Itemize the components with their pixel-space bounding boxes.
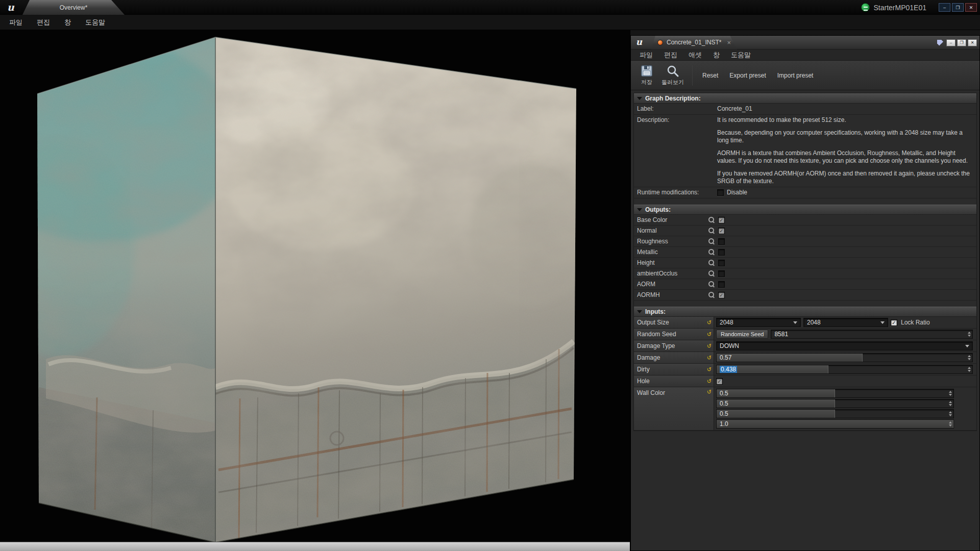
revert-icon[interactable]: ↺ [707, 320, 712, 325]
output-checkbox[interactable] [718, 281, 725, 288]
spinner-arrows-icon[interactable] [968, 330, 971, 338]
panel-menu-asset[interactable]: 애셋 [683, 51, 707, 60]
panel-minimize-button[interactable]: – [946, 39, 955, 46]
preview-magnifier-icon[interactable] [707, 238, 715, 245]
preview-magnifier-icon[interactable] [707, 248, 715, 256]
revert-icon[interactable]: ↺ [707, 343, 712, 349]
tab-concrete-01-inst-label: Concrete_01_INST* [667, 39, 721, 46]
launcher-sync-icon[interactable] [861, 3, 870, 12]
browse-button[interactable]: 둘러보기 [657, 64, 688, 86]
section-outputs[interactable]: Outputs: [634, 205, 976, 215]
panel-maximize-button[interactable]: ❐ [957, 39, 966, 46]
panel-menubar: 파일 편집 애셋 창 도움말 [631, 49, 979, 61]
panel-menu-file[interactable]: 파일 [634, 51, 658, 60]
output-size-label: Output Size [637, 319, 669, 326]
tab-overview[interactable]: Overview* [22, 0, 125, 15]
tag-icon[interactable] [937, 40, 943, 46]
panel-menu-window[interactable]: 창 [707, 51, 725, 60]
reset-button[interactable]: Reset [697, 61, 724, 90]
output-checkbox[interactable] [718, 260, 725, 266]
menu-file[interactable]: 파일 [2, 15, 30, 30]
lock-ratio-checkbox[interactable] [891, 319, 897, 326]
panel-menu-help[interactable]: 도움말 [725, 51, 756, 60]
section-inputs[interactable]: Inputs: [634, 307, 976, 317]
random-seed-label: Random Seed [637, 331, 676, 338]
collapse-arrow-icon [637, 208, 642, 211]
preview-magnifier-icon[interactable] [707, 270, 715, 278]
preview-magnifier-icon[interactable] [707, 216, 715, 224]
main-titlebar: u Overview* StarterMP01E01 – ❐ ✕ [0, 0, 980, 15]
window-minimize-button[interactable]: – [939, 3, 950, 12]
preview-magnifier-icon[interactable] [707, 281, 715, 288]
output-checkbox[interactable] [718, 228, 725, 234]
hole-label: Hole [637, 378, 650, 385]
spinner-arrows-icon[interactable] [949, 399, 952, 408]
concrete-cube-preview[interactable] [0, 30, 630, 542]
output-label: Height [637, 259, 707, 266]
preview-magnifier-icon[interactable] [707, 291, 715, 299]
wall-color-r-value: 0.5 [720, 390, 728, 397]
panel-close-button[interactable]: ✕ [968, 39, 977, 46]
output-checkbox[interactable] [718, 292, 725, 298]
description-paragraph: Because, depending on your computer spec… [717, 129, 972, 144]
wall-color-g-field[interactable]: 0.5 [716, 399, 954, 408]
spinner-arrows-icon[interactable] [949, 389, 952, 397]
window-restore-button[interactable]: ❐ [952, 3, 964, 12]
hole-checkbox[interactable] [716, 378, 723, 385]
dirty-slider-field[interactable]: 0.438 [716, 365, 973, 374]
revert-icon[interactable]: ↺ [707, 367, 712, 372]
output-row-normal: Normal [634, 226, 976, 236]
description-paragraph: AORMH is a texture that combines Ambient… [717, 149, 972, 165]
tab-concrete-01-inst[interactable]: Concrete_01_INST* × [651, 36, 737, 49]
revert-icon[interactable]: ↺ [707, 332, 712, 337]
wall-color-label: Wall Color [637, 389, 665, 396]
export-preset-button[interactable]: Export preset [724, 61, 771, 90]
wall-color-r-field[interactable]: 0.5 [716, 389, 954, 398]
import-preset-button[interactable]: Import preset [772, 61, 819, 90]
preview-magnifier-icon[interactable] [707, 259, 715, 267]
runtime-disable-checkbox[interactable] [717, 189, 724, 196]
output-size-height-dropdown[interactable]: 2048 [803, 318, 888, 327]
menu-help[interactable]: 도움말 [78, 15, 112, 30]
panel-menu-edit[interactable]: 편집 [658, 51, 683, 60]
section-graph-description[interactable]: Graph Description: [634, 93, 976, 104]
spinner-arrows-icon[interactable] [968, 354, 971, 362]
revert-icon[interactable]: ↺ [707, 355, 712, 361]
random-seed-field[interactable]: 8581 [771, 330, 973, 339]
slider-fill [717, 399, 835, 408]
output-label: AORMH [637, 291, 707, 298]
output-size-width-dropdown[interactable]: 2048 [716, 318, 801, 327]
damage-type-dropdown[interactable]: DOWN [716, 341, 973, 350]
panel-titlebar: u Concrete_01_INST* × – ❐ ✕ [631, 36, 979, 49]
menu-edit[interactable]: 편집 [30, 15, 57, 30]
material-preview-viewport[interactable] [0, 30, 630, 551]
output-row-aormh: AORMH [634, 290, 976, 300]
menu-window[interactable]: 창 [57, 15, 78, 30]
runtime-modifications-key: Runtime modifications: [634, 187, 714, 198]
output-row-ambient-occlusion: ambientOcclus [634, 268, 976, 279]
label-key: Label: [634, 104, 714, 114]
randomize-seed-button[interactable]: Randomize Seed [716, 330, 768, 339]
window-close-button[interactable]: ✕ [965, 3, 977, 12]
wall-color-b-field[interactable]: 0.5 [716, 409, 954, 418]
spinner-arrows-icon[interactable] [968, 365, 971, 373]
project-name: StarterMP01E01 [874, 4, 927, 12]
damage-slider-field[interactable]: 0.57 [716, 353, 973, 362]
section-graph-description-label: Graph Description: [645, 95, 701, 102]
input-row-random-seed: Random Seed ↺ Randomize Seed 8581 [634, 329, 976, 340]
save-label: 저장 [641, 79, 652, 86]
output-size-height-value: 2048 [807, 319, 821, 326]
wall-color-a-field[interactable]: 1.0 [716, 419, 954, 429]
revert-icon[interactable]: ↺ [707, 389, 712, 395]
save-button[interactable]: 저장 [636, 64, 657, 86]
output-checkbox[interactable] [718, 249, 725, 256]
preview-magnifier-icon[interactable] [707, 227, 715, 235]
output-checkbox[interactable] [718, 270, 725, 277]
output-checkbox[interactable] [718, 217, 725, 223]
spinner-arrows-icon[interactable] [949, 410, 952, 418]
revert-icon[interactable]: ↺ [707, 379, 712, 384]
tab-close-icon[interactable]: × [727, 39, 731, 46]
spinner-arrows-icon[interactable] [949, 420, 952, 428]
output-checkbox[interactable] [718, 238, 725, 245]
wall-color-g-value: 0.5 [720, 400, 728, 407]
